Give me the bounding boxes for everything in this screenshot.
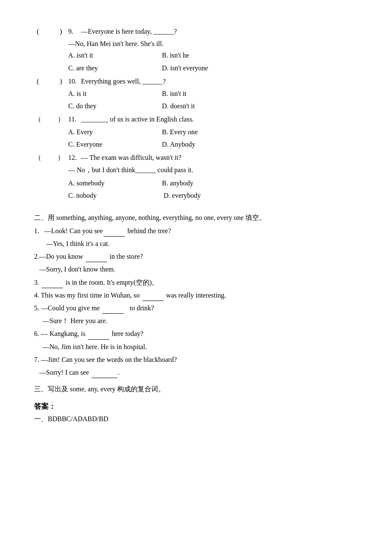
q12-options-row1: A. somebody B. anybody bbox=[68, 177, 358, 189]
fill-item-2: 2.—Do you know in the store? bbox=[34, 251, 358, 262]
q12-options: A. somebody B. anybody C. nobody D. ever… bbox=[68, 177, 358, 205]
fill-5-text2: to drink? bbox=[126, 304, 154, 312]
q10-option-d: D. doesn't it bbox=[162, 100, 256, 112]
q11-text: ________ of us is active in English clas… bbox=[81, 113, 358, 125]
q9-text: —Everyone is here today, ______? bbox=[81, 26, 358, 37]
q11-option-b: B. Every one bbox=[162, 126, 256, 138]
fill-item-4: 4. This was my first time in Wuhan, so w… bbox=[34, 289, 358, 301]
fill-7-cont-text: —Sorry! I can see . bbox=[39, 369, 120, 376]
fill-2-continuation: —Sorry, I don't know them. bbox=[39, 263, 358, 275]
q10-paren-space bbox=[42, 75, 57, 87]
fill-7-text: 7. —Jim! Can you see the words on the bl… bbox=[34, 356, 177, 363]
q12-number: 12. bbox=[68, 152, 81, 163]
fill-4-blank bbox=[142, 301, 164, 301]
q12-text: — The exam was difficult, wasn't it? bbox=[81, 152, 358, 163]
q9-paren-close: ) bbox=[57, 26, 65, 37]
q10-options-2: C. do they D. doesn't it bbox=[68, 100, 358, 112]
q9-option-a: A. isn't it bbox=[68, 49, 162, 61]
q12-paren-space bbox=[42, 152, 57, 163]
q11-options: A. Every B. Every one bbox=[68, 126, 358, 138]
fill-5-blank bbox=[102, 313, 124, 314]
fill-item-6: 6. — Kangkang, is here today? bbox=[34, 328, 358, 339]
q11-option-c: C. Everyone bbox=[68, 139, 162, 150]
q9-paren-space bbox=[42, 26, 57, 37]
q9-option-b: B. isn't he bbox=[162, 49, 256, 61]
q9-options-2: C. are they D. isn't everyone bbox=[68, 62, 358, 74]
question-12: （ ） 12. — The exam was difficult, wasn't… bbox=[34, 152, 358, 206]
answer-title: 答案： bbox=[34, 401, 358, 413]
q11-option-a: A. Every bbox=[68, 126, 162, 138]
answer-section: 答案： 一、BDBBC/ADABD/BD bbox=[34, 401, 358, 425]
fill-6-text2: here today? bbox=[112, 330, 143, 337]
q10-option-c: C. do they bbox=[68, 100, 162, 112]
q10-option-a: A. is it bbox=[68, 88, 162, 99]
q12-option-c: C. nobody bbox=[68, 190, 162, 201]
q10-paren-close: ) bbox=[57, 75, 65, 87]
fill-item-7: 7. —Jim! Can you see the words on the bl… bbox=[34, 354, 358, 365]
q9-options: A. isn't it B. isn't he bbox=[68, 49, 358, 61]
question-9: ( ) 9. —Everyone is here today, ______? … bbox=[34, 26, 358, 74]
q12-dialogue: — No，but I don't think______ could pass … bbox=[68, 164, 358, 176]
q9-paren-open: ( bbox=[34, 26, 42, 37]
q9-option-d: D. isn't everyone bbox=[162, 62, 256, 74]
q12-option-d: D. everybody bbox=[164, 192, 201, 199]
q12-option-b: B. anybody bbox=[162, 177, 256, 189]
fill-1-num: 1. bbox=[34, 227, 43, 234]
fill-7-continuation: —Sorry! I can see . bbox=[39, 367, 358, 378]
section2-title: 二、用 something, anything, anyone, nothing… bbox=[34, 212, 358, 223]
q10-paren-open: ( bbox=[34, 75, 42, 87]
q12-paren-open: （ bbox=[34, 152, 42, 163]
q9-dialogue: —No, Han Mei isn't here. She's ill. bbox=[68, 38, 358, 49]
q10-number: 10. bbox=[68, 75, 81, 87]
fill-3-text: is in the room. It's empty(空的)。 bbox=[66, 279, 159, 286]
fill-item-1: 1. —Look! Can you see behind the tree? bbox=[34, 225, 358, 237]
fill-1-continuation: —Yes, I think it's a cat. bbox=[46, 238, 358, 249]
fill-6-text: 6. — Kangkang, is bbox=[34, 330, 85, 337]
q12-options-row2: C. nobody D. everybody bbox=[68, 190, 358, 201]
fill-2-num: 2.—Do you know bbox=[34, 253, 85, 260]
fill-2-blank bbox=[86, 262, 107, 262]
question-10: ( ) 10. Everything goes well, ______? A.… bbox=[34, 75, 358, 112]
fill-1-text: —Look! Can you see behind the tree? bbox=[44, 227, 171, 234]
q11-paren-open: （ bbox=[34, 113, 42, 125]
fill-6-continuation: —No, Jim isn't here. He is in hospital. bbox=[43, 341, 358, 353]
q12-paren-close: ） bbox=[57, 152, 65, 163]
q11-options-2: C. Everyone D. Anybody bbox=[68, 139, 358, 150]
q10-option-b: B. isn't it bbox=[162, 88, 256, 99]
fill-2-text: in the store? bbox=[110, 253, 143, 260]
fill-item-3: 3. is in the room. It's empty(空的)。 bbox=[34, 277, 358, 288]
section3-title: 三、写出及 some, any, every 构成的复合词。 bbox=[34, 383, 358, 395]
fill-3-blank bbox=[42, 288, 63, 288]
fill-5-text: 5. —Could you give me bbox=[34, 304, 100, 312]
fill-1-blank bbox=[104, 236, 125, 237]
q9-option-c: C. are they bbox=[68, 62, 162, 74]
fill-7-blank bbox=[92, 378, 117, 378]
fill-4-text2: was really interesting. bbox=[166, 292, 226, 299]
answer-content: 一、BDBBC/ADABD/BD bbox=[34, 413, 358, 425]
fill-6-blank bbox=[88, 339, 109, 340]
q10-options: A. is it B. isn't it bbox=[68, 88, 358, 99]
fill-item-5: 5. —Could you give me to drink? bbox=[34, 302, 358, 314]
q10-text: Everything goes well, ______? bbox=[81, 75, 358, 87]
q11-number: 11. bbox=[68, 113, 81, 125]
fill-4-text: 4. This was my first time in Wuhan, so bbox=[34, 292, 140, 299]
q9-number: 9. bbox=[68, 26, 81, 37]
q11-paren-close: ） bbox=[57, 113, 65, 125]
q12-option-a: A. somebody bbox=[68, 177, 162, 189]
question-11: （ ） 11. ________ of us is active in Engl… bbox=[34, 113, 358, 150]
fill-3-num: 3. bbox=[34, 279, 39, 286]
q11-paren-space bbox=[42, 113, 57, 125]
q11-option-d: D. Anybody bbox=[162, 139, 256, 150]
fill-5-continuation: —Sure！ Here you are. bbox=[43, 315, 358, 327]
